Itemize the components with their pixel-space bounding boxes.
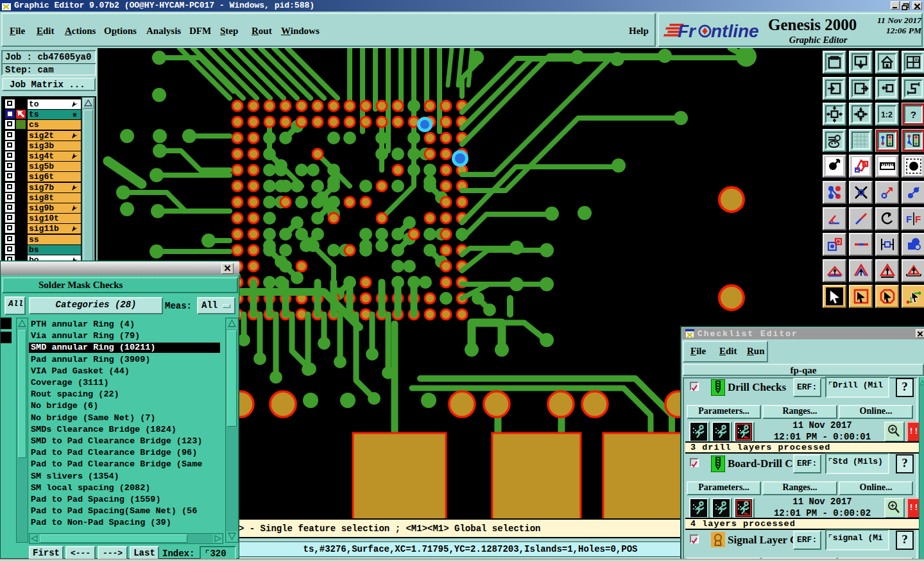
svg-text:?: ? — [911, 109, 916, 120]
svg-text:F: F — [915, 214, 921, 225]
svg-text:1:2: 1:2 — [881, 110, 893, 119]
svg-text:xy: xy — [914, 57, 920, 62]
svg-text:F: F — [906, 214, 912, 225]
svg-text:Fr: Fr — [678, 21, 697, 40]
svg-text:ntline: ntline — [711, 21, 759, 40]
